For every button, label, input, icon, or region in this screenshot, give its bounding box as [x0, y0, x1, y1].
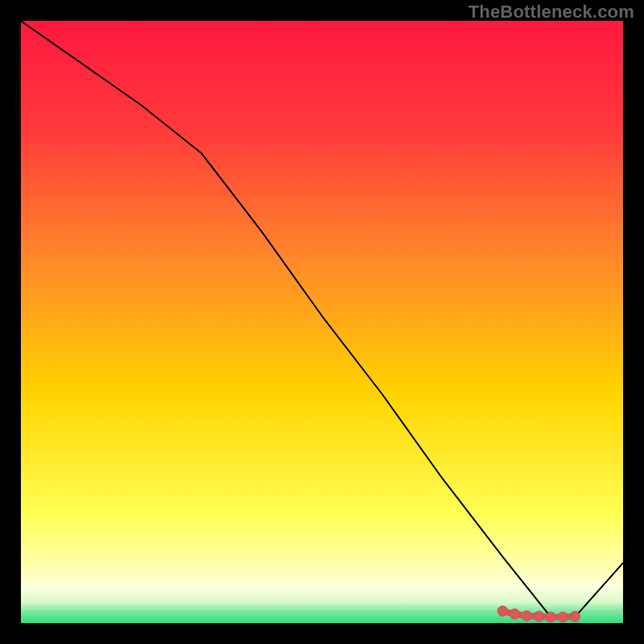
minimum-band-marker	[570, 611, 580, 621]
minimum-band-marker	[510, 609, 520, 619]
minimum-band-marker	[534, 611, 544, 621]
chart-svg	[21, 21, 623, 623]
minimum-band-marker	[546, 612, 556, 622]
minimum-band-marker	[558, 612, 568, 622]
minimum-band-marker	[497, 606, 508, 617]
gradient-background	[21, 21, 623, 623]
minimum-band-marker	[522, 611, 532, 621]
watermark-text: TheBottleneck.com	[469, 2, 634, 23]
chart-frame: TheBottleneck.com	[0, 0, 644, 644]
plot-area	[21, 21, 623, 623]
